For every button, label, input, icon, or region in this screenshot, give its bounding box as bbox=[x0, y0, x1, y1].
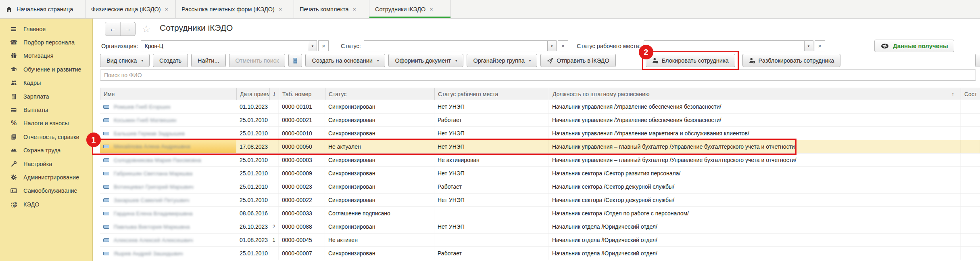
column-header-tab-number[interactable]: Таб. номер bbox=[279, 88, 325, 100]
status-input[interactable] bbox=[364, 40, 547, 51]
table-row[interactable]: Захаршев Савелий Петушвич 25.01.2010 000… bbox=[100, 194, 980, 207]
sidebar-item-label: Самообслуживание bbox=[23, 187, 77, 194]
sidebar-item-self-service[interactable]: Самообслуживание bbox=[0, 184, 92, 198]
close-icon[interactable]: × bbox=[165, 6, 169, 13]
sidebar-item-reports[interactable]: Отчетность, справки bbox=[0, 130, 92, 143]
sidebar-item-main[interactable]: Главное bbox=[0, 22, 92, 36]
tab-home[interactable]: Начальная страница bbox=[0, 0, 85, 18]
sidebar-item-label: Администрирование bbox=[23, 174, 79, 181]
tab-print-set[interactable]: Печать комплекта × bbox=[294, 0, 369, 18]
tab-print-forms[interactable]: Рассылка печатных форм (іКЭДО) × bbox=[176, 0, 294, 18]
search-input[interactable] bbox=[100, 69, 976, 81]
sidebar-item-labor-safety[interactable]: Охрана труда bbox=[0, 144, 92, 157]
unblock-employee-button[interactable]: Разблокировать сотрудника bbox=[742, 54, 841, 67]
workplace-status-cell: Работает bbox=[434, 114, 549, 126]
employee-name-blurred: Захаршев Савелий Петушвич bbox=[114, 197, 189, 203]
clear-icon[interactable]: × bbox=[815, 40, 825, 51]
more-button-clipped[interactable] bbox=[975, 54, 980, 67]
cancel-search-button: Отменить поиск bbox=[229, 54, 286, 67]
hire-date-cell: 08.06.2016 bbox=[236, 207, 269, 220]
hire-date-cell: 25.01.2010 bbox=[236, 194, 269, 206]
make-document-button[interactable]: Оформить документ ▾ bbox=[388, 54, 463, 67]
employee-marker-icon bbox=[103, 212, 109, 215]
table-row[interactable]: Косьмин Гнеб Матвешин 25.01.2010 0000-00… bbox=[100, 114, 980, 127]
search-field-wrap bbox=[100, 69, 976, 81]
position-cell: Начальник управления /Управление обеспеч… bbox=[549, 114, 961, 126]
chevron-down-icon[interactable]: ▾ bbox=[308, 40, 317, 51]
sidebar-item-training[interactable]: Обучение и развитие bbox=[0, 63, 92, 76]
data-received-button[interactable]: Данные получены bbox=[874, 40, 954, 52]
sidebar-item-administration[interactable]: Администрирование bbox=[0, 170, 92, 184]
sidebar-item-hr[interactable]: Кадры bbox=[0, 76, 92, 90]
column-header-workplace-status[interactable]: Статус рабочего места bbox=[435, 88, 549, 100]
status-label: Статус: bbox=[341, 43, 361, 49]
sidebar-item-salary[interactable]: Зарплата bbox=[0, 90, 92, 103]
table-row[interactable]: Алексеев Алексей Алексешвич 01.08.2023 1… bbox=[100, 234, 980, 247]
clear-icon[interactable]: × bbox=[318, 40, 329, 51]
table-row[interactable]: Вотинцевал Григорий Маршвич 25.01.2010 0… bbox=[100, 180, 980, 194]
hire-date-cell: 25.01.2010 bbox=[236, 154, 269, 166]
chevron-down-icon[interactable]: ▾ bbox=[547, 40, 557, 51]
forward-button[interactable]: → bbox=[120, 22, 135, 36]
close-icon[interactable]: × bbox=[353, 6, 357, 13]
tab-number-cell: 0000-00101 bbox=[279, 100, 325, 113]
tab-number-cell: 0000-00003 bbox=[279, 154, 325, 166]
table-row[interactable]: Солодовникова Мария Пахомовна 25.01.2010… bbox=[100, 154, 980, 167]
tab-employees-ikedo[interactable]: Сотрудники іКЭДО × bbox=[369, 0, 451, 18]
block-employee-button[interactable]: Блокировать сотрудника bbox=[646, 54, 735, 67]
status-cell: Не активен bbox=[325, 234, 434, 246]
favorite-star-icon[interactable]: ☆ bbox=[142, 23, 151, 35]
sidebar-item-label: Кадры bbox=[23, 80, 41, 86]
column-header-mark[interactable]: I bbox=[270, 88, 279, 100]
table-row[interactable]: Габриешян Светлана Маркшва 25.01.2010 00… bbox=[100, 167, 980, 180]
close-icon[interactable]: × bbox=[430, 6, 433, 13]
employee-name-blurred: Павлшва Виктория Маркшвна bbox=[114, 224, 190, 230]
view-list-button[interactable]: Вид списка ▾ bbox=[100, 54, 150, 67]
tab-number-cell: 0000-00050 bbox=[279, 140, 325, 153]
sidebar-item-label: Охрана труда bbox=[23, 147, 60, 154]
table-row[interactable]: Павлшва Виктория Маркшвна 26.10.2023 2 0… bbox=[100, 220, 980, 234]
list-settings-button[interactable] bbox=[288, 54, 302, 67]
create-button[interactable]: Создать bbox=[153, 54, 188, 67]
hire-date-cell: 25.01.2010 bbox=[236, 167, 269, 180]
send-to-ikedo-button[interactable]: Отправить в іКЭДО bbox=[540, 54, 615, 67]
table-row[interactable]: Гардина Елена Владимиршвна 08.06.2016 00… bbox=[100, 207, 980, 220]
mark-cell bbox=[269, 140, 279, 153]
employee-marker-icon bbox=[103, 145, 109, 148]
mark-cell bbox=[269, 180, 279, 193]
sidebar-item-settings[interactable]: Настройка bbox=[0, 157, 92, 170]
sidebar-item-payments[interactable]: Выплаты bbox=[0, 103, 92, 116]
find-button[interactable]: Найти... bbox=[191, 54, 225, 67]
workplace-status-filter: Статус рабочего места: ▾ × bbox=[577, 40, 825, 51]
hire-date-cell: 25.01.2010 bbox=[236, 114, 269, 126]
sidebar-item-taxes[interactable]: % Налоги и взносы bbox=[0, 117, 92, 130]
table-row[interactable]: Яшрев Андрей Зашидшвич 25.01.2010 0000-0… bbox=[100, 247, 980, 260]
back-button[interactable]: ← bbox=[105, 22, 120, 36]
table-row[interactable]: Бальшев Гермав Задрышев 25.01.2010 0000-… bbox=[100, 127, 980, 140]
report-pages-icon bbox=[10, 133, 17, 140]
mark-cell bbox=[269, 167, 279, 180]
table-row-selected[interactable]: Михайлова Алена Андрешвна 17.08.2023 000… bbox=[100, 140, 980, 154]
organizer-group-button[interactable]: Органайзер группа ▾ bbox=[467, 54, 537, 67]
column-header-hire-date[interactable]: Дата приема bbox=[237, 88, 270, 100]
column-header-position[interactable]: Должность по штатному расписанию ↑ bbox=[549, 88, 961, 100]
sidebar-item-motivation[interactable]: Мотивация bbox=[0, 49, 92, 63]
employee-marker-icon bbox=[103, 105, 109, 109]
sidebar-item-kedo[interactable]: КЭДО КЭДО bbox=[0, 198, 92, 211]
table-row[interactable]: Ромшев Гнеб Егорших 01.10.2023 0000-0010… bbox=[100, 100, 980, 114]
chevron-down-icon[interactable]: ▾ bbox=[804, 40, 813, 51]
mark-cell bbox=[269, 127, 279, 140]
org-input[interactable] bbox=[141, 40, 308, 51]
column-header-name[interactable]: Имя bbox=[100, 88, 237, 100]
tab-individuals[interactable]: Физические лица (іКЭДО) × bbox=[85, 0, 176, 18]
close-icon[interactable]: × bbox=[279, 6, 282, 13]
clear-icon[interactable]: × bbox=[558, 40, 568, 51]
workplace-status-input[interactable] bbox=[644, 40, 804, 51]
workplace-status-cell: Работает bbox=[434, 180, 549, 193]
column-header-state[interactable]: Сост bbox=[961, 88, 980, 100]
create-from-button[interactable]: Создать на основании ▾ bbox=[305, 54, 385, 67]
sidebar-item-recruiting[interactable]: ☎ Подбор персонала bbox=[0, 36, 92, 49]
column-header-status[interactable]: Статус bbox=[325, 88, 435, 100]
sort-ascending-icon: ↑ bbox=[952, 91, 958, 97]
sidebar-item-label: Главное bbox=[23, 26, 46, 32]
